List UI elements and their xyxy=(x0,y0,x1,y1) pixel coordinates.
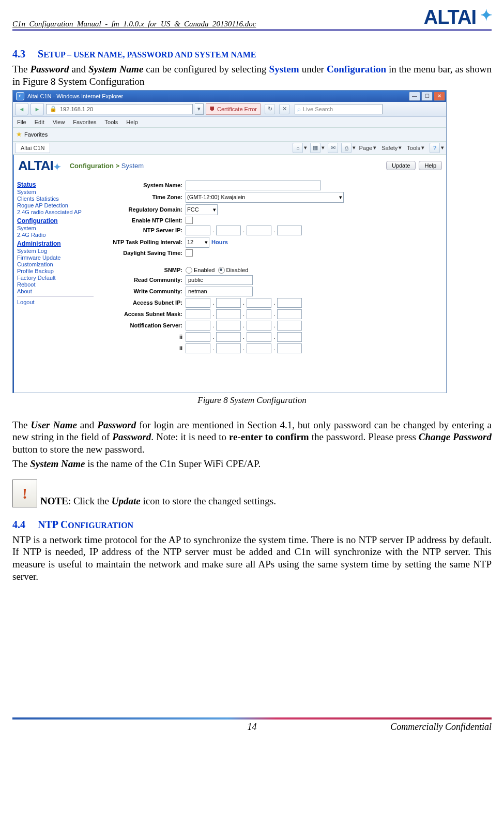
menu-help[interactable]: Help xyxy=(126,119,138,125)
sidebar-item-system-log[interactable]: System Log xyxy=(17,248,94,254)
ip-ntp-server[interactable]: ... xyxy=(186,226,302,235)
shield-icon: ⛊ xyxy=(209,106,215,112)
label-ii-1: ii xyxy=(101,334,186,340)
note-icon: ! xyxy=(12,480,37,507)
maximize-button[interactable]: ☐ xyxy=(421,92,433,101)
menu-file[interactable]: File xyxy=(17,119,26,125)
sidebar-item-factory-default[interactable]: Factory Default xyxy=(17,275,94,281)
ip-notif1[interactable]: ... xyxy=(186,321,302,331)
help-button[interactable]: Help xyxy=(419,161,442,170)
input-read-comm[interactable]: public xyxy=(186,275,253,285)
sidebar-head-admin: Administration xyxy=(17,240,94,247)
nav-back-button[interactable]: ◄ xyxy=(15,103,28,115)
logo-burst-icon: ✦ xyxy=(480,8,492,23)
menu-tools[interactable]: Tools xyxy=(105,119,118,125)
sidebar-head-config: Configuration xyxy=(17,217,94,224)
tools-menu[interactable]: Tools ▾ xyxy=(405,144,426,151)
help-icon[interactable]: ? xyxy=(430,143,440,153)
menu-view[interactable]: View xyxy=(53,119,65,125)
section-4-3-heading: 4.3SETUP – USER NAME, PASSWORD AND SYSTE… xyxy=(12,48,492,60)
input-system-name[interactable] xyxy=(186,181,321,190)
sidebar-item-about[interactable]: About xyxy=(17,288,94,294)
sidebar-item-config-radio[interactable]: 2.4G Radio xyxy=(17,232,94,238)
home-split-icon[interactable]: ⌂ xyxy=(293,143,303,153)
url-field[interactable]: 🔒192.168.1.20 xyxy=(46,104,193,114)
feeds-icon[interactable]: ▦ xyxy=(310,143,320,153)
mail-icon[interactable]: ✉ xyxy=(328,143,338,153)
sidebar-item-config-system[interactable]: System xyxy=(17,225,94,231)
url-dropdown[interactable]: ▾ xyxy=(195,103,204,115)
ip-acc-subnet[interactable]: ... xyxy=(186,298,302,308)
search-field[interactable]: ⌕Live Search xyxy=(295,104,383,114)
sidebar-item-logout[interactable]: Logout xyxy=(17,299,94,305)
certificate-error-badge[interactable]: ⛊Certificate Error xyxy=(206,103,261,115)
radio-snmp-enabled[interactable] xyxy=(186,267,192,274)
sidebar-item-rogue-ap[interactable]: Rogue AP Detection xyxy=(17,202,94,208)
altai-logo: ALTAI✦ xyxy=(424,6,492,28)
sidebar-item-firmware[interactable]: Firmware Update xyxy=(17,254,94,261)
checkbox-enable-ntp[interactable] xyxy=(186,217,193,224)
minimize-button[interactable]: — xyxy=(409,92,420,101)
browser-tab[interactable]: Altai C1N xyxy=(15,143,50,153)
section-4-4-para: NTP is a network time protocol for the A… xyxy=(12,534,492,583)
input-write-comm[interactable]: netman xyxy=(186,287,253,296)
sidebar-item-customization[interactable]: Customization xyxy=(17,261,94,267)
page-menu[interactable]: Page ▾ xyxy=(357,144,378,151)
menu-edit[interactable]: Edit xyxy=(35,119,44,125)
config-form: System Name: Time Zone:(GMT-12:00) Kwaja… xyxy=(97,177,446,357)
label-system-name: System Name: xyxy=(101,182,186,188)
label-hours: Hours xyxy=(211,239,228,245)
label-dst: Daylight Saving Time: xyxy=(101,250,186,256)
favorites-button[interactable]: ★Favorites xyxy=(16,130,48,138)
footer-confidential: Commercially Confidential xyxy=(332,722,492,732)
section-4-3-intro: The Password and System Name can be conf… xyxy=(12,63,492,88)
select-reg-domain[interactable]: FCC▾ xyxy=(186,204,218,215)
label-acc-subnet-mask: Access Subnet Mask: xyxy=(101,311,186,317)
sidebar-item-profile-backup[interactable]: Profile Backup xyxy=(17,268,94,274)
ie-tab-bar: Altai C1N ⌂▾ ▦▾ ✉ ⎙▾ Page ▾ Safety ▾ Too… xyxy=(13,142,446,155)
ip-notif2[interactable]: ... xyxy=(186,332,302,342)
chevron-down-icon: ▾ xyxy=(339,194,342,201)
chevron-down-icon: ▾ xyxy=(213,206,216,213)
label-read-comm: Read Community: xyxy=(101,277,186,283)
print-icon[interactable]: ⎙ xyxy=(341,143,352,153)
sidebar-item-system[interactable]: System xyxy=(17,189,94,195)
sidebar: Status System Clients Statistics Rogue A… xyxy=(14,177,97,357)
post-figure-para-1: The User Name and Password for login are… xyxy=(12,419,492,456)
sidebar-item-clients-stats[interactable]: Clients Statistics xyxy=(17,196,94,202)
close-button[interactable]: ✕ xyxy=(434,92,445,101)
label-snmp-disabled: Disabled xyxy=(226,267,249,273)
ie-menu-bar: File Edit View Favorites Tools Help xyxy=(13,117,446,128)
stop-button[interactable]: ✕ xyxy=(279,104,289,114)
update-button[interactable]: Update xyxy=(386,161,416,170)
label-snmp: SNMP: xyxy=(101,267,186,273)
safety-menu[interactable]: Safety ▾ xyxy=(379,144,404,151)
menu-favorites[interactable]: Favorites xyxy=(73,119,96,125)
breadcrumb: Configuration > System xyxy=(70,162,144,170)
label-ntp-poll: NTP Task Polling Interval: xyxy=(101,239,186,245)
figure-8-caption: Figure 8 System Configuration xyxy=(12,395,492,406)
label-enable-ntp: Enable NTP Client: xyxy=(101,217,186,223)
label-reg-domain: Regulatory Domain: xyxy=(101,206,186,213)
note-text: NOTE: Click the Update icon to store the… xyxy=(40,495,276,507)
ie-titlebar: e Altai C1N - Windows Internet Explorer … xyxy=(13,91,446,102)
nav-fwd-button[interactable]: ► xyxy=(30,103,44,115)
label-snmp-enabled: Enabled xyxy=(194,267,215,273)
label-ntp-server: NTP Server IP: xyxy=(101,227,186,233)
ie-window-title: Altai C1N - Windows Internet Explorer xyxy=(27,93,123,99)
checkbox-dst[interactable] xyxy=(186,249,193,257)
select-time-zone[interactable]: (GMT-12:00) Kwajalein▾ xyxy=(186,192,344,203)
ip-acc-mask[interactable]: ... xyxy=(186,309,302,319)
section-4-4-heading: 4.4NTP CONFIGURATION xyxy=(12,519,492,531)
ip-notif3[interactable]: ... xyxy=(186,343,302,353)
ie-favorites-bar: ★Favorites xyxy=(13,128,446,142)
refresh-button[interactable]: ↻ xyxy=(265,104,275,114)
sidebar-head-status: Status xyxy=(17,181,94,188)
sidebar-item-reboot[interactable]: Reboot xyxy=(17,281,94,288)
post-figure-para-2: The System Name is the name of the C1n S… xyxy=(12,458,492,470)
sidebar-item-assoc-ap[interactable]: 2.4G radio Associated AP xyxy=(17,209,94,215)
radio-snmp-disabled[interactable] xyxy=(218,267,225,274)
select-ntp-poll[interactable]: 12▾ xyxy=(186,237,209,248)
chevron-down-icon: ▾ xyxy=(205,239,208,246)
label-time-zone: Time Zone: xyxy=(101,194,186,200)
